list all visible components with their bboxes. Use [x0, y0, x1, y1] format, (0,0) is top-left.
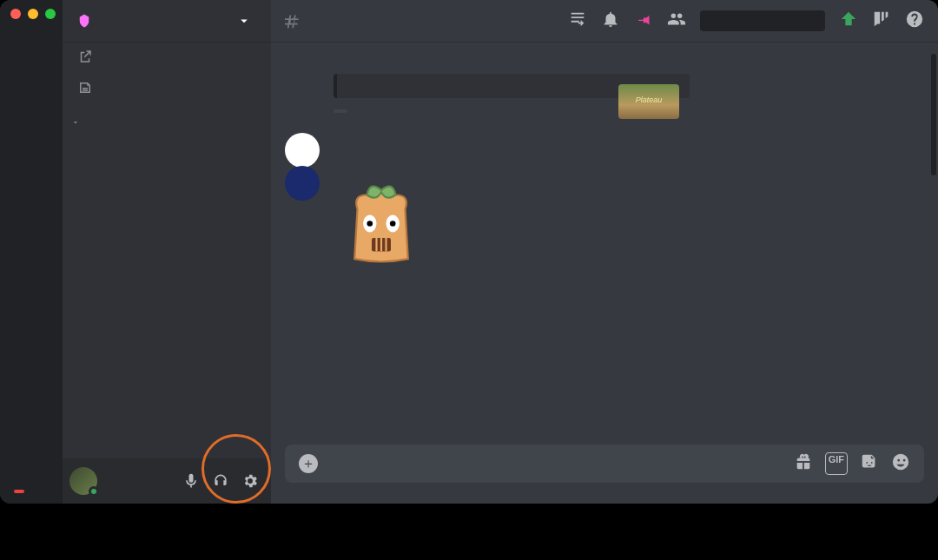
- new-badge: [14, 490, 24, 493]
- gift-button[interactable]: [794, 452, 813, 475]
- author-avatar[interactable]: [285, 133, 320, 168]
- sticker-image[interactable]: [334, 171, 429, 267]
- search-box[interactable]: [700, 10, 825, 31]
- system-welcome-message: →: [299, 143, 924, 160]
- main-area: Plateau →: [271, 0, 938, 504]
- server-rail: [0, 0, 63, 504]
- chevron-down-icon: [236, 13, 252, 29]
- browse-channels[interactable]: [69, 42, 264, 71]
- help-button[interactable]: [905, 10, 924, 32]
- emoji-button[interactable]: [891, 452, 910, 475]
- sticker-button[interactable]: [860, 452, 879, 475]
- members-button[interactable]: [667, 10, 686, 32]
- user-avatar[interactable]: [69, 467, 97, 495]
- window-controls: [10, 9, 56, 19]
- author-avatar[interactable]: [285, 166, 320, 201]
- gif-button[interactable]: GIF: [825, 452, 848, 475]
- svg-point-1: [367, 221, 373, 227]
- message-composer: ＋ GIF: [285, 445, 924, 483]
- status-online-icon: [89, 486, 99, 497]
- messages-area: Plateau →: [271, 42, 938, 445]
- mute-button[interactable]: [177, 467, 205, 495]
- reaction-button[interactable]: [334, 109, 347, 113]
- app-window: Plateau →: [0, 0, 938, 504]
- updates-button[interactable]: [872, 10, 891, 32]
- embed-card[interactable]: Plateau: [334, 74, 690, 98]
- attach-button[interactable]: ＋: [299, 454, 318, 473]
- rules-icon: [76, 80, 94, 96]
- boost-icon: [76, 13, 92, 29]
- server-dropdown[interactable]: [63, 0, 271, 42]
- inbox-button[interactable]: [839, 10, 858, 32]
- minimize-icon[interactable]: [28, 9, 38, 19]
- user-panel: [63, 458, 271, 504]
- threads-button[interactable]: [568, 10, 587, 32]
- channel-sidebar: [63, 0, 271, 504]
- svg-point-3: [390, 221, 396, 227]
- channel-title: [285, 11, 311, 30]
- maximize-icon[interactable]: [45, 9, 56, 19]
- close-icon[interactable]: [10, 9, 21, 19]
- message-input[interactable]: [330, 457, 782, 471]
- channel-toolbar: [271, 0, 938, 42]
- channel-list: [63, 42, 271, 458]
- scrollbar[interactable]: [931, 43, 936, 443]
- deafen-button[interactable]: [207, 467, 234, 495]
- pinned-button[interactable]: [634, 10, 653, 32]
- channel-category[interactable]: [69, 104, 264, 130]
- rules-channel[interactable]: [69, 73, 264, 102]
- notifications-button[interactable]: [601, 10, 620, 32]
- browse-icon: [76, 49, 94, 64]
- embed-thumbnail[interactable]: Plateau: [618, 84, 679, 119]
- search-input[interactable]: [705, 15, 851, 28]
- chevron-down-icon: [71, 118, 80, 127]
- user-settings-button[interactable]: [236, 467, 264, 495]
- hash-icon: [285, 11, 304, 30]
